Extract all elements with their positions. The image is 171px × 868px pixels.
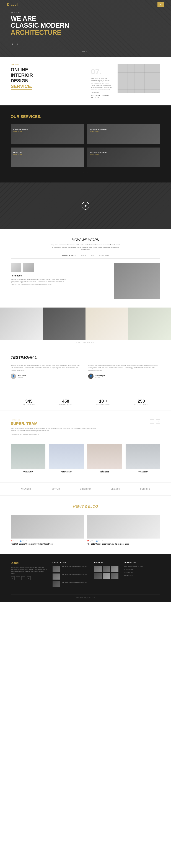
footer-news-img-1 bbox=[53, 574, 60, 580]
play-button[interactable]: ▶ bbox=[81, 202, 90, 210]
service-card-link-3[interactable]: READ MORE bbox=[90, 154, 158, 155]
services-arrows: ‹ › bbox=[11, 171, 160, 174]
service-card-overlay-1: INTERIOR DESIGN READ MORE bbox=[87, 124, 160, 144]
news-img-0 bbox=[11, 515, 84, 538]
service-card-2[interactable]: LIGHTING READ MORE bbox=[11, 148, 84, 167]
service-card-dash-3 bbox=[90, 150, 94, 150]
team-role-3: ARCHITECT bbox=[126, 472, 160, 473]
author-name-1: Aldrich Ryan bbox=[95, 375, 105, 377]
footer-contact-2: info@diasol.com bbox=[124, 571, 160, 574]
team-prev-arrow[interactable]: ‹ bbox=[150, 420, 154, 424]
news-grid: 📅 March 1st 👤 Admin 5 The 2019 Oscars Gr… bbox=[11, 515, 160, 545]
services-grid: ARCHITECTURE READ MORE INTERIOR DESIGN R… bbox=[11, 124, 160, 167]
author-role-0: Architect bbox=[18, 377, 26, 378]
intro-discover-link[interactable]: DISCOVER MORE ABOUT OUR STORY bbox=[91, 95, 112, 98]
how-steps bbox=[11, 263, 109, 272]
portfolio-img-2 bbox=[43, 308, 86, 340]
hero-title-line3: ARCHITECTURE bbox=[11, 29, 160, 36]
next-arrow[interactable]: › bbox=[16, 42, 19, 45]
footer-logo: Diacol bbox=[11, 561, 47, 565]
footer-logo-accent: ol bbox=[17, 561, 19, 564]
service-card-1[interactable]: INTERIOR DESIGN READ MORE bbox=[87, 124, 160, 144]
team-subtitle2: ous deadlines and toughest of specificat… bbox=[11, 433, 100, 435]
news-title: NEWS & BLOG bbox=[11, 504, 160, 508]
scroll-label: SCROLL bbox=[82, 51, 89, 53]
services-header: OUR SERVICES. bbox=[11, 114, 160, 119]
service-card-link-1[interactable]: READ MORE bbox=[90, 131, 158, 132]
how-title-normal: HOW bbox=[72, 238, 81, 242]
logo-text: Diac bbox=[7, 3, 14, 6]
testimonial-item-0: A wonderful serenity has taken possessio… bbox=[11, 364, 83, 379]
intro-section: EST 2001 ONLINE INTERIOR DESIGN SERVICE.… bbox=[0, 57, 171, 105]
news-card-title-0[interactable]: The 2019 Oscars Greenroom by Rolex Goes … bbox=[11, 543, 84, 545]
stats-section: 345 HAPPY CLIENTS 458 AMAZING WORKS 10 +… bbox=[0, 393, 171, 410]
footer-contact-0: 4646 Crowfield Parkway, FL 74759 bbox=[124, 566, 160, 568]
service-card-title-3: INTERIOR DESIGN bbox=[90, 151, 158, 153]
author-avatar-0: 👤 bbox=[11, 374, 16, 379]
team-subtitle: Many of the featured content cannot be f… bbox=[11, 427, 100, 432]
footer-gallery-grid bbox=[94, 566, 118, 579]
hamburger-icon: ≡ bbox=[160, 3, 161, 6]
intro-center: 07. Hopi dico is an interactive platform… bbox=[91, 64, 112, 98]
team-photo-3 bbox=[126, 444, 160, 469]
intro-title-accent: SERVICE. bbox=[11, 84, 32, 90]
footer-gallery-title: GALLERY bbox=[94, 561, 118, 563]
footer-social-in[interactable]: in bbox=[22, 576, 25, 580]
services-prev-arrow[interactable]: ‹ bbox=[83, 171, 84, 174]
how-content-text: A wonderful serenity has taken possessio… bbox=[11, 278, 68, 285]
team-header-left: FEATURED SUPER. TEAM. Many of the featur… bbox=[11, 420, 100, 439]
testimonial-title-bold: TESTIMO bbox=[11, 355, 28, 360]
stat-number-3: 250 bbox=[134, 399, 148, 404]
news-title-accent: BLOG bbox=[88, 504, 98, 508]
news-meta-0: 📅 March 1st 👤 Admin 5 bbox=[11, 540, 84, 542]
testimonial-title-italic: NIAL. bbox=[28, 355, 38, 360]
service-card-link-2[interactable]: READ MORE bbox=[13, 154, 81, 155]
news-author-1: 👤 Admin 5 bbox=[96, 540, 103, 542]
footer-copyright: © Diac 2019. All Rights Reserved. bbox=[76, 597, 95, 598]
testimonial-section: TESTIMONIAL. A wonderful serenity has ta… bbox=[0, 346, 171, 393]
testimonial-text-1: A wonderful serenity has taken possessio… bbox=[88, 364, 160, 371]
how-tab-2[interactable]: Mix bbox=[91, 254, 94, 257]
hero-title-line2: CLASSIC MODERN bbox=[11, 22, 160, 29]
footer-social-tw[interactable]: t bbox=[16, 576, 20, 580]
footer-logo-text: Diac bbox=[11, 561, 17, 564]
how-tab-0[interactable]: Design & Build bbox=[62, 254, 76, 257]
how-title: HOW WE WORK bbox=[11, 238, 160, 242]
footer-social-gp[interactable]: g+ bbox=[27, 576, 31, 580]
stat-number-1: 458 bbox=[59, 399, 72, 404]
footer-news-title: LATEST NEWS bbox=[53, 561, 89, 563]
intro-title: ONLINE INTERIOR DESIGN SERVICE. bbox=[11, 67, 86, 90]
hero-section: Diacol ≡ EST 2001 WE ARE CLASSIC MODERN … bbox=[0, 0, 171, 57]
news-card-title-1[interactable]: The 2019 Oscars Greenroom by Rolex Goes … bbox=[87, 543, 160, 545]
testimonial-text-0: A wonderful serenity has taken possessio… bbox=[11, 364, 83, 371]
partners-section: ATLANTIS VIRTUS BirdBird LEGACY PUNISHO bbox=[0, 482, 171, 496]
team-tag: FEATURED bbox=[11, 420, 100, 421]
team-name-0: Marcus Welt bbox=[11, 470, 45, 472]
portfolio-more-link[interactable]: SEE MORE WORKS bbox=[76, 342, 95, 344]
how-tab-3[interactable]: Portfolio bbox=[99, 254, 109, 257]
menu-button[interactable]: ≡ bbox=[158, 2, 164, 7]
service-card-link-0[interactable]: READ MORE bbox=[13, 131, 81, 132]
how-content: Perfection A wonderful serenity has take… bbox=[11, 263, 160, 299]
footer-social-fb[interactable]: f bbox=[11, 576, 14, 580]
logo-accent: ol bbox=[14, 3, 18, 6]
prev-arrow[interactable]: ‹ bbox=[11, 42, 14, 45]
how-tab-1[interactable]: Steps bbox=[81, 254, 86, 257]
service-card-dash-2 bbox=[13, 150, 18, 150]
services-next-arrow[interactable]: › bbox=[87, 171, 88, 174]
intro-left: EST 2001 ONLINE INTERIOR DESIGN SERVICE. bbox=[11, 64, 86, 90]
team-member-2: Julia Marry ARCHITECT bbox=[87, 444, 122, 473]
partner-1: VIRTUS bbox=[52, 488, 60, 490]
team-next-arrow[interactable]: › bbox=[156, 420, 160, 424]
news-img-1 bbox=[87, 515, 160, 538]
service-card-0[interactable]: ARCHITECTURE READ MORE bbox=[11, 124, 84, 144]
footer-contact-3: www.diasol.com bbox=[124, 575, 160, 577]
portfolio-section: SEE MORE WORKS bbox=[0, 308, 171, 346]
stat-1: 458 AMAZING WORKS bbox=[59, 399, 72, 405]
service-card-3[interactable]: INTERIOR DESIGN READ MORE bbox=[87, 148, 160, 167]
partner-0: ATLANTIS bbox=[21, 488, 32, 490]
how-subtitle: Many of our project cannot be featured i… bbox=[50, 244, 121, 251]
footer-news-item-2: Hopi dico is an interactive platform des… bbox=[53, 581, 89, 587]
how-tabs: Design & Build Steps Mix Portfolio bbox=[11, 254, 160, 259]
stat-label-2: AWARDS WINNING bbox=[96, 404, 110, 405]
